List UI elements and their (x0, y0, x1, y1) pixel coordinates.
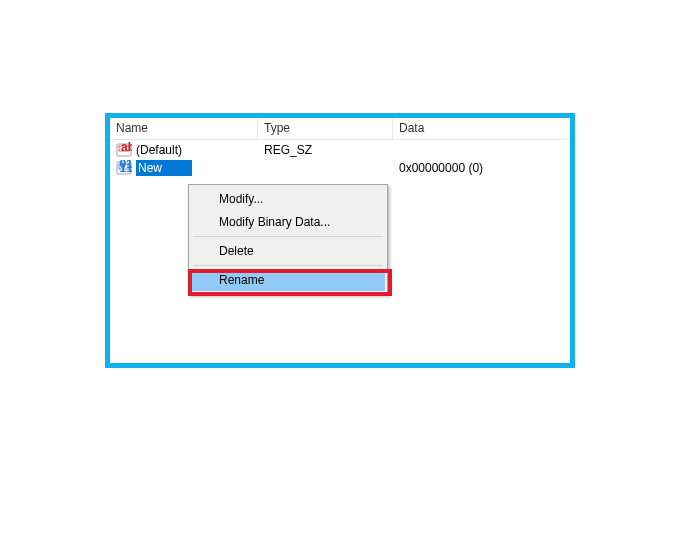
reg-sz-icon: ab (116, 142, 132, 158)
menu-item-modify-binary[interactable]: Modify Binary Data... (191, 211, 385, 233)
column-header-type[interactable]: Type (258, 118, 393, 139)
row-name: (Default) (136, 143, 182, 157)
registry-values-panel: Name Type Data ab (Default) REG_SZ (105, 113, 575, 368)
cell-type: REG_SZ (258, 142, 393, 157)
column-header-data[interactable]: Data (393, 118, 570, 139)
cell-type (258, 167, 393, 168)
row-name: New (136, 160, 192, 176)
menu-item-delete[interactable]: Delete (191, 240, 385, 262)
column-headers: Name Type Data (110, 118, 570, 140)
menu-item-modify[interactable]: Modify... (191, 188, 385, 210)
menu-separator (193, 265, 383, 266)
column-header-name[interactable]: Name (110, 118, 258, 139)
values-listview[interactable]: Name Type Data ab (Default) REG_SZ (110, 118, 570, 363)
rows-container: ab (Default) REG_SZ 011 110 (110, 140, 570, 176)
menu-item-rename[interactable]: Rename (191, 269, 385, 291)
cell-data: 0x00000000 (0) (393, 160, 570, 175)
table-row[interactable]: ab (Default) REG_SZ (110, 140, 570, 158)
table-row[interactable]: 011 110 New 0x00000000 (0) (110, 158, 570, 176)
cell-data (393, 149, 570, 150)
svg-text:ab: ab (121, 142, 132, 154)
context-menu: Modify... Modify Binary Data... Delete R… (188, 184, 388, 295)
svg-text:110: 110 (120, 161, 133, 175)
cell-name: 011 110 New (110, 159, 258, 176)
menu-separator (193, 236, 383, 237)
cell-name: ab (Default) (110, 141, 258, 158)
reg-dword-icon: 011 110 (116, 160, 132, 176)
